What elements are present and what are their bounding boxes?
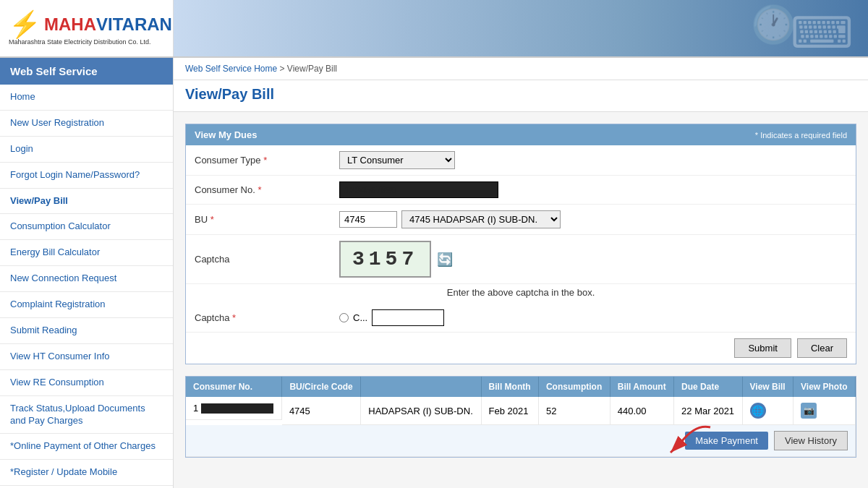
logo-tagline: Maharashtra State Electricity Distributi…	[9, 38, 151, 46]
main-layout: Web Self Service Home New User Registrat…	[0, 58, 868, 488]
results-table-body: 1 4745 HADAPSAR (I) SUB-DN. Feb 2021 52 …	[186, 397, 856, 457]
sidebar-link-complaint[interactable]: Complaint Registration	[0, 292, 173, 318]
sidebar-item-submit-reading[interactable]: Submit Reading	[0, 318, 173, 344]
sidebar-link-submit-reading[interactable]: Submit Reading	[0, 318, 173, 344]
sidebar-link-login[interactable]: Login	[0, 137, 173, 163]
consumer-type-req: *	[263, 155, 267, 166]
sidebar-link-forgot[interactable]: Forgot Login Name/Password?	[0, 163, 173, 189]
sidebar-item-online-payment[interactable]: *Online Payment of Other Charges	[0, 434, 173, 460]
bu-req: *	[210, 214, 214, 225]
captcha-input-label: Captcha *	[195, 312, 339, 323]
sidebar-item-view-pay[interactable]: View/Pay Bill	[0, 189, 173, 215]
sidebar-item-new-connection[interactable]: New Connection Request	[0, 266, 173, 292]
col-bill-amount: Bill Amount	[610, 377, 673, 397]
col-subdn	[361, 377, 481, 397]
sidebar-link-register-mobile[interactable]: *Register / Update Mobile	[0, 460, 173, 486]
captcha-req: *	[232, 312, 236, 323]
bu-row: BU * 4745 HADAPSAR (I) SUB-DN.	[186, 205, 856, 235]
content-inner: View My Dues * Indicates a required fiel…	[174, 112, 868, 469]
action-row: Make Payment View History	[186, 425, 856, 457]
sidebar-link-re-consumption[interactable]: View RE Consumption	[0, 370, 173, 396]
sidebar-link-home[interactable]: Home	[0, 85, 173, 111]
sidebar-item-track-status[interactable]: Track Status,Upload Documents and Pay Ch…	[0, 396, 173, 435]
bu-subdn-select[interactable]: 4745 HADAPSAR (I) SUB-DN.	[401, 210, 561, 228]
clear-button[interactable]: Clear	[797, 338, 847, 358]
logo-brand: ⚡ MAHAVITARAN	[9, 12, 172, 38]
sidebar-item-re-consumption[interactable]: View RE Consumption	[0, 370, 173, 396]
sidebar-link-track-status[interactable]: Track Status,Upload Documents and Pay Ch…	[0, 396, 173, 435]
breadcrumb: Web Self Service Home > View/Pay Bill	[174, 58, 868, 80]
submit-button[interactable]: Submit	[734, 338, 791, 358]
captcha-display-row: Captcha 3157 🔄	[186, 235, 856, 284]
consumer-type-label: Consumer Type *	[195, 155, 339, 166]
consumer-no-label: Consumer No. *	[195, 184, 339, 195]
sidebar-item-register-mobile[interactable]: *Register / Update Mobile	[0, 460, 173, 486]
captcha-input-row: Captcha * C...	[186, 304, 856, 333]
logo-maha: MAHA	[44, 14, 96, 35]
consumer-type-row: Consumer Type * LT Consumer HT Consumer	[186, 145, 856, 176]
captcha-radio[interactable]	[339, 313, 349, 322]
sidebar-link-energy-calc[interactable]: Energy Bill Calculator	[0, 240, 173, 266]
action-buttons: Make Payment View History	[193, 431, 848, 450]
sidebar-item-home[interactable]: Home	[0, 85, 173, 111]
view-history-button[interactable]: View History	[774, 431, 848, 450]
bu-control: 4745 HADAPSAR (I) SUB-DN.	[339, 210, 847, 228]
results-table-header: Consumer No. BU/Circle Code Bill Month C…	[186, 377, 856, 397]
breadcrumb-home-link[interactable]: Web Self Service Home	[185, 64, 277, 74]
sidebar-link-ht-consumer[interactable]: View HT Consumer Info	[0, 344, 173, 370]
cell-bu-code: 4745	[282, 397, 361, 425]
circuit-icon: ⌨	[791, 7, 854, 56]
sidebar-item-energy-calc[interactable]: Energy Bill Calculator	[0, 240, 173, 266]
sidebar-item-forgot[interactable]: Forgot Login Name/Password?	[0, 163, 173, 189]
view-bill-icon[interactable]: 🌐	[750, 403, 766, 419]
consumer-no-req: *	[258, 184, 261, 195]
captcha-input-control: C...	[339, 309, 847, 326]
consumer-no-control	[339, 181, 847, 198]
captcha-hint: Enter the above captcha in the box.	[186, 284, 856, 304]
sidebar-link-consumption-calc[interactable]: Consumption Calculator	[0, 214, 173, 240]
bu-code-input[interactable]	[339, 211, 397, 228]
masked-consumer-no	[201, 403, 273, 414]
sidebar-item-complaint[interactable]: Complaint Registration	[0, 292, 173, 318]
col-consumer-no: Consumer No.	[186, 377, 282, 397]
sidebar-link-view-pay[interactable]: View/Pay Bill	[0, 189, 173, 215]
captcha-label: Captcha	[195, 254, 339, 265]
col-due-date: Due Date	[674, 377, 742, 397]
consumer-no-input[interactable]	[339, 181, 498, 198]
bu-label: BU *	[195, 214, 339, 225]
cell-subdn: HADAPSAR (I) SUB-DN.	[361, 397, 481, 425]
captcha-refresh-icon[interactable]: 🔄	[437, 252, 453, 267]
sidebar-link-online-payment[interactable]: *Online Payment of Other Charges	[0, 434, 173, 460]
consumer-type-control: LT Consumer HT Consumer	[339, 151, 847, 169]
results-section: Consumer No. BU/Circle Code Bill Month C…	[185, 376, 856, 458]
page-title: View/Pay Bill	[174, 80, 868, 112]
col-consumption: Consumption	[538, 377, 610, 397]
sidebar-item-ht-consumer[interactable]: View HT Consumer Info	[0, 344, 173, 370]
sidebar-link-new-connection[interactable]: New Connection Request	[0, 266, 173, 292]
cell-view-photo: 📷	[793, 397, 856, 425]
logo: ⚡ MAHAVITARAN Maharashtra State Electric…	[9, 12, 172, 46]
table-row: 1 4745 HADAPSAR (I) SUB-DN. Feb 2021 52 …	[186, 397, 856, 425]
consumer-no-row: Consumer No. *	[186, 176, 856, 205]
section-title: View My Dues	[195, 129, 257, 140]
col-bill-month: Bill Month	[481, 377, 538, 397]
sidebar-link-new-user[interactable]: New User Registration	[0, 111, 173, 137]
col-view-bill: View Bill	[742, 377, 793, 397]
cell-view-bill: 🌐	[742, 397, 793, 425]
view-my-dues-section: View My Dues * Indicates a required fiel…	[185, 124, 856, 364]
section-header: View My Dues * Indicates a required fiel…	[186, 124, 856, 145]
content-area: Web Self Service Home > View/Pay Bill Vi…	[174, 58, 868, 488]
sidebar-item-login[interactable]: Login	[0, 137, 173, 163]
sidebar-item-new-user[interactable]: New User Registration	[0, 111, 173, 137]
action-cell: Make Payment View History	[186, 425, 856, 457]
sidebar-title: Web Self Service	[0, 58, 173, 85]
view-photo-icon[interactable]: 📷	[801, 403, 817, 419]
sidebar-item-consumption-calc[interactable]: Consumption Calculator	[0, 214, 173, 240]
sidebar-nav: Home New User Registration Login Forgot …	[0, 85, 173, 486]
required-note: * Indicates a required field	[755, 131, 847, 140]
captcha-display-control: 3157 🔄	[339, 241, 847, 278]
sidebar: Web Self Service Home New User Registrat…	[0, 58, 174, 488]
breadcrumb-current: View/Pay Bill	[287, 64, 337, 74]
captcha-text-input[interactable]	[372, 309, 444, 326]
consumer-type-select[interactable]: LT Consumer HT Consumer	[339, 151, 455, 169]
